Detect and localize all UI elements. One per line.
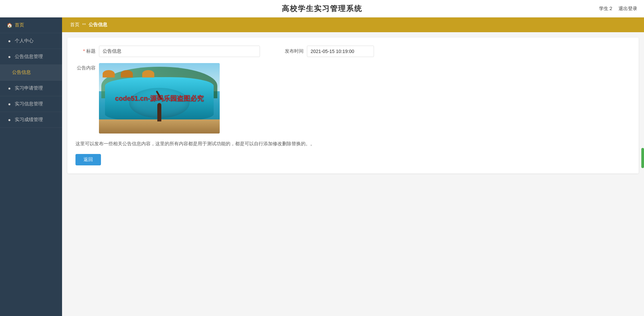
umbrellas [103,70,154,77]
scrollbar[interactable] [641,148,644,168]
sidebar-item-announcement[interactable]: 公告信息 [0,65,62,81]
sidebar-item-practice-apply[interactable]: ● 实习申请管理 [0,81,62,96]
announcement-image: code51.cn-源码乐园盗图必究 [99,63,220,134]
title-input[interactable] [99,46,260,57]
sidebar-item-label-announcement-mgmt: 公告信息管理 [15,54,43,60]
announcement-desc: 这里可以发布一些相关公告信息内容，这里的所有内容都是用于测试功能的，都是可以自行… [75,140,631,148]
breadcrumb-separator: ** [82,22,86,28]
person-silhouette [157,103,161,121]
umbrella-2 [121,70,133,77]
content-row: 公告内容 [75,63,631,134]
breadcrumb-current: 公告信息 [89,22,107,28]
sidebar-item-personal[interactable]: ● 个人中心 [0,33,62,49]
umbrella-3 [142,70,154,77]
breadcrumb-bar: 首页 ** 公告信息 [62,17,644,32]
top-header: 高校学生实习管理系统 学生２ 退出登录 [0,0,644,17]
sidebar-item-practice-info[interactable]: ● 实习信息管理 [0,96,62,112]
breadcrumb-home[interactable]: 首页 [70,22,79,28]
content-label: 公告内容 [75,63,99,71]
title-row: 标题 发布时间 [75,46,631,57]
announce-icon: ● [7,54,12,59]
layout: 🏠 首页 ● 个人中心 ● 公告信息管理 公告信息 ● 实习申请管理 ● 实习信… [0,17,644,316]
sidebar: 🏠 首页 ● 个人中心 ● 公告信息管理 公告信息 ● 实习申请管理 ● 实习信… [0,17,62,316]
sidebar-item-label-personal: 个人中心 [15,38,34,44]
detail-area: 标题 发布时间 公告内容 [67,38,639,173]
header-right: 学生２ 退出登录 [599,6,637,12]
score-icon: ● [7,117,12,122]
main-content: 首页 ** 公告信息 标题 发布时间 公告内容 [62,17,644,316]
sidebar-item-label-practice-score: 实习成绩管理 [15,117,43,123]
home-icon: 🏠 [7,22,12,28]
time-input[interactable] [307,46,374,57]
user-name: 学生２ [599,6,613,12]
info-icon: ● [7,101,12,107]
apply-icon: ● [7,86,12,91]
time-label: 发布时间 [280,48,307,54]
app-title: 高校学生实习管理系统 [282,4,362,14]
title-label: 标题 [75,48,99,54]
logout-link[interactable]: 退出登录 [619,6,637,12]
sidebar-item-practice-score[interactable]: ● 实习成绩管理 [0,112,62,128]
return-button[interactable]: 返回 [75,154,101,165]
person-icon: ● [7,38,12,44]
sidebar-item-label-practice-info: 实习信息管理 [15,101,43,107]
sidebar-item-home[interactable]: 🏠 首页 [0,17,62,33]
umbrella-1 [103,70,115,77]
sidebar-item-announcement-mgmt[interactable]: ● 公告信息管理 [0,49,62,65]
sidebar-item-label-announcement: 公告信息 [12,69,31,75]
sidebar-item-label-home: 首页 [15,22,24,28]
sidebar-item-label-practice-apply: 实习申请管理 [15,85,43,91]
time-group: 发布时间 [280,46,374,57]
